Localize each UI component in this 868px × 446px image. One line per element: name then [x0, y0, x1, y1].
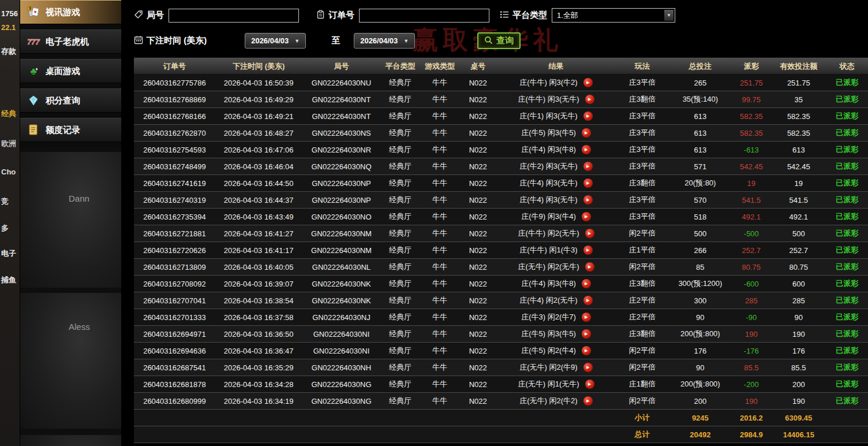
- platform-cell: 经典厅: [380, 108, 420, 125]
- play-type-cell: 闲2平倍: [616, 343, 669, 359]
- status-cell: 已派彩: [826, 125, 868, 142]
- table-number-cell: N022: [459, 192, 496, 209]
- replay-play-icon[interactable]: ▶: [582, 279, 591, 288]
- bet-time-cell: 2026-04-03 16:35:29: [215, 359, 302, 376]
- replay-play-icon[interactable]: ▶: [583, 78, 593, 87]
- result-text: 庄(牛4) 闲2(无牛): [519, 295, 577, 306]
- date-to-picker[interactable]: 2026/04/03 ▼: [354, 33, 415, 49]
- dealer-photo: [20, 435, 121, 446]
- platform-cell: 经典厅: [380, 309, 420, 326]
- order-number-cell: 260403162720626: [134, 242, 215, 259]
- result-cell: 庄(牛牛) 闲3(牛2)▶: [496, 75, 615, 91]
- replay-play-icon[interactable]: ▶: [583, 162, 593, 171]
- game-type-cell: 牛牛: [420, 225, 459, 242]
- replay-play-icon[interactable]: ▶: [582, 145, 591, 154]
- result-cell: 庄(无牛) 闲2(牛2)▶: [496, 393, 615, 410]
- sidebar: ♥ 9 视讯游戏 777 电子老虎机 ♣: [20, 0, 121, 446]
- sidebar-item-quota-records[interactable]: 额度记录: [20, 118, 121, 142]
- replay-play-icon[interactable]: ▶: [583, 246, 593, 255]
- platform-type-select[interactable]: 1.全部 ▼: [552, 8, 675, 23]
- search-button-label: 查询: [496, 35, 514, 46]
- result-cell: 庄(牛3) 闲2(牛7)▶: [496, 309, 615, 326]
- replay-play-icon[interactable]: ▶: [583, 112, 593, 121]
- order-number-cell: 260403162775786: [134, 75, 215, 91]
- subtotal-valid-bet: 6309.45: [771, 410, 826, 426]
- replay-play-icon[interactable]: ▶: [585, 380, 594, 389]
- sidebar-item-label: 积分查询: [46, 95, 80, 106]
- bet-time-cell: 2026-04-03 16:48:27: [215, 125, 302, 142]
- result-text: 庄(牛4) 闲3(牛8): [521, 144, 576, 155]
- total-bet-cell: 265: [669, 75, 732, 91]
- valid-bet-cell: 582.35: [771, 125, 826, 142]
- slot-777-icon: 777: [26, 37, 41, 46]
- background-text: 竞: [1, 196, 9, 207]
- table-row: 2604031627138092026-04-03 16:40:05GN0222…: [134, 259, 868, 276]
- status-cell: 已派彩: [826, 192, 868, 209]
- dealer-photo: [20, 293, 121, 429]
- total-bet-cell: 613: [669, 142, 732, 158]
- order-number-cell: 260403162768166: [134, 108, 215, 125]
- replay-play-icon[interactable]: ▶: [583, 195, 593, 205]
- date-from-picker[interactable]: 2026/04/03 ▼: [245, 33, 306, 49]
- total-total-bet: 20492: [669, 426, 732, 443]
- total-bet-cell: 90: [669, 309, 732, 326]
- payout-cell: 85.5: [732, 359, 771, 376]
- valid-bet-cell: 90: [771, 309, 826, 326]
- total-status-spacer: [826, 426, 868, 443]
- game-type-cell: 牛牛: [420, 326, 459, 343]
- bet-time-cell: 2026-04-03 16:41:27: [215, 225, 302, 242]
- replay-play-icon[interactable]: ▶: [585, 229, 594, 238]
- replay-play-icon[interactable]: ▶: [582, 212, 591, 221]
- total-bet-cell: 200(预:800): [669, 326, 732, 343]
- replay-play-icon[interactable]: ▶: [582, 313, 591, 322]
- result-cell: 庄(牛5) 闲2(牛4)▶: [496, 343, 615, 359]
- replay-play-icon[interactable]: ▶: [582, 346, 591, 355]
- order-number-cell: 260403162707041: [134, 292, 215, 309]
- result-text: 庄(牛9) 闲3(牛4): [521, 211, 576, 222]
- column-header: 游戏类型: [420, 58, 459, 75]
- valid-bet-cell: 252.7: [771, 242, 826, 259]
- replay-play-icon[interactable]: ▶: [585, 95, 594, 104]
- game-type-cell: 牛牛: [420, 309, 459, 326]
- payout-cell: 582.35: [732, 108, 771, 125]
- replay-play-icon[interactable]: ▶: [583, 179, 593, 188]
- sidebar-item-live-casino[interactable]: ♥ 9 视讯游戏: [20, 0, 121, 24]
- list-icon: [500, 10, 509, 20]
- round-number-cell: GN022264030NI: [302, 326, 381, 343]
- bet-time-cell: 2026-04-03 16:36:50: [215, 326, 302, 343]
- sidebar-item-slots[interactable]: 777 电子老虎机: [20, 29, 121, 54]
- sidebar-menu: ♥ 9 视讯游戏 777 电子老虎机 ♣: [20, 0, 121, 147]
- platform-cell: 经典厅: [380, 343, 420, 359]
- replay-play-icon[interactable]: ▶: [582, 128, 591, 137]
- round-number-cell: GN022264030NO: [302, 209, 381, 225]
- game-type-cell: 牛牛: [420, 75, 459, 91]
- sidebar-item-points-query[interactable]: 积分查询: [20, 88, 121, 113]
- play-type-cell: 庄3平倍: [616, 158, 669, 175]
- table-number-cell: N022: [459, 393, 496, 410]
- round-number-cell: GN022264030NM: [302, 225, 381, 242]
- result-cell: 庄(牛牛) 闲2(无牛)▶: [496, 225, 615, 242]
- subtotal-status-spacer: [826, 410, 868, 426]
- order-number-cell: 260403162713809: [134, 259, 215, 276]
- platform-cell: 经典厅: [380, 158, 420, 175]
- payout-cell: 99.75: [732, 91, 771, 108]
- bet-time-cell: 2026-04-03 16:36:47: [215, 343, 302, 359]
- table-row: 2604031627416192026-04-03 16:44:50GN0222…: [134, 175, 868, 192]
- replay-play-icon[interactable]: ▶: [583, 396, 593, 406]
- replay-play-icon[interactable]: ▶: [583, 296, 593, 305]
- total-bet-cell: 200: [669, 393, 732, 410]
- sidebar-item-label: 桌面游戏: [46, 66, 80, 77]
- search-button[interactable]: 查询: [477, 32, 521, 49]
- table-row: 2604031627013332026-04-03 16:37:58GN0222…: [134, 309, 868, 326]
- replay-play-icon[interactable]: ▶: [585, 262, 594, 272]
- replay-play-icon[interactable]: ▶: [583, 363, 593, 372]
- round-number-input[interactable]: [169, 9, 299, 23]
- result-cell: 庄(无牛) 闲2(牛9)▶: [496, 359, 615, 376]
- table-number-cell: N022: [459, 142, 496, 158]
- column-header: 玩法: [616, 58, 669, 75]
- sidebar-item-table-games[interactable]: ♣ ♦ 桌面游戏: [20, 59, 121, 83]
- column-header: 订单号: [134, 58, 215, 75]
- total-bet-cell: 571: [669, 158, 732, 175]
- order-number-input[interactable]: [359, 9, 489, 23]
- replay-play-icon[interactable]: ▶: [582, 329, 591, 339]
